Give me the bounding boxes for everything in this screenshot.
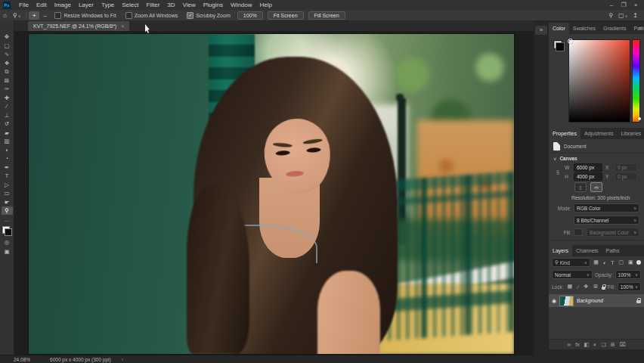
tool-brush[interactable]: ∕ bbox=[2, 102, 13, 110]
layer-row-background[interactable]: ◉ Background bbox=[549, 294, 644, 307]
tool-clone-stamp[interactable]: ⊥ bbox=[2, 111, 13, 119]
tool-pen[interactable]: ✒ bbox=[2, 163, 13, 172]
filter-toggle[interactable] bbox=[636, 260, 641, 265]
tool-path-selection[interactable]: ▷ bbox=[2, 181, 13, 189]
link-dimensions-icon[interactable]: § bbox=[556, 169, 562, 175]
zoom-in-button[interactable]: + bbox=[29, 11, 39, 20]
layer-name[interactable]: Background bbox=[577, 298, 603, 303]
tab-gradients[interactable]: Gradients bbox=[599, 23, 630, 34]
tool-quick-selection[interactable]: ❖ bbox=[2, 59, 13, 67]
workspace-switcher-icon[interactable]: ▢∨ bbox=[618, 12, 627, 19]
lock-paint-icon[interactable]: ∕ bbox=[576, 284, 580, 290]
menu-type[interactable]: Type bbox=[98, 0, 118, 10]
tab-paths[interactable]: Paths bbox=[602, 245, 624, 256]
fill-dropdown[interactable]: 100%∨ bbox=[618, 282, 641, 291]
menu-filter[interactable]: Filter bbox=[143, 0, 164, 10]
tab-libraries[interactable]: Libraries bbox=[617, 128, 644, 139]
search-icon[interactable]: ⚲ bbox=[608, 12, 613, 19]
zoom-all-windows-checkbox[interactable]: Zoom All Windows bbox=[125, 12, 178, 19]
landscape-orientation-button[interactable]: ▭ bbox=[590, 182, 602, 192]
panel-menu-icon[interactable]: ≡ bbox=[639, 26, 642, 31]
fit-screen-button[interactable]: Fit Screen bbox=[268, 11, 304, 20]
menu-window[interactable]: Window bbox=[227, 0, 255, 10]
portrait-orientation-button[interactable]: ▯ bbox=[574, 182, 587, 192]
canvas-section-header[interactable]: ∨ Canvas bbox=[549, 154, 644, 163]
tool-rectangle[interactable]: ▭ bbox=[2, 189, 13, 197]
zoom-out-button[interactable]: – bbox=[39, 11, 50, 20]
delete-layer-icon[interactable]: ⌧ bbox=[620, 342, 626, 348]
width-input[interactable]: 6000 px bbox=[574, 163, 602, 172]
collapse-panels-button[interactable]: » bbox=[535, 26, 547, 35]
edit-toolbar-button[interactable]: … bbox=[2, 216, 13, 224]
tool-eyedropper[interactable]: ✑ bbox=[2, 85, 13, 93]
menu-3d[interactable]: 3D bbox=[163, 0, 178, 10]
canvas-image[interactable] bbox=[29, 34, 514, 354]
tool-healing-brush[interactable]: ✚ bbox=[2, 94, 13, 102]
menu-file[interactable]: File bbox=[15, 0, 33, 10]
status-chevron-icon[interactable]: › bbox=[122, 357, 123, 362]
scrubby-zoom-checkbox[interactable]: Scrubby Zoom bbox=[187, 12, 231, 19]
tool-move[interactable]: ✥ bbox=[2, 33, 13, 41]
adjustment-filter-icon[interactable]: ◐ bbox=[602, 260, 607, 265]
color-swatches[interactable] bbox=[2, 226, 12, 236]
type-filter-icon[interactable]: T bbox=[610, 260, 615, 265]
panel-color-swatches[interactable] bbox=[553, 40, 565, 51]
close-tab-icon[interactable]: × bbox=[121, 23, 124, 29]
shape-filter-icon[interactable]: ▢ bbox=[618, 259, 625, 265]
blend-mode-dropdown[interactable]: Normal∨ bbox=[552, 270, 593, 279]
menu-image[interactable]: Image bbox=[51, 0, 75, 10]
lock-artboard-icon[interactable]: ⊞ bbox=[592, 284, 599, 290]
resize-windows-checkbox[interactable]: Resize Windows to Fit bbox=[54, 12, 116, 19]
menu-layer[interactable]: Layer bbox=[75, 0, 98, 10]
tool-frame[interactable]: ⊠ bbox=[2, 76, 13, 85]
fill-screen-button[interactable]: Fill Screen bbox=[308, 11, 345, 20]
tool-eraser[interactable]: ▰ bbox=[2, 129, 13, 137]
status-zoom-level[interactable]: 24.08% bbox=[14, 357, 30, 362]
mode-dropdown[interactable]: RGB Color∨ bbox=[574, 203, 639, 213]
fill-dropdown[interactable]: Background Color∨ bbox=[587, 228, 639, 237]
tab-color[interactable]: Color bbox=[549, 23, 569, 34]
bit-depth-dropdown[interactable]: 8 Bits/Channel∨ bbox=[574, 216, 639, 225]
fill-swatch[interactable] bbox=[574, 228, 583, 236]
tool-history-brush[interactable]: ↺ bbox=[2, 119, 13, 128]
menu-edit[interactable]: Edit bbox=[33, 0, 51, 10]
layer-effects-icon[interactable]: fx bbox=[575, 342, 579, 347]
background-color-swatch[interactable] bbox=[556, 42, 565, 51]
x-input[interactable]: 0 px bbox=[615, 163, 637, 172]
home-icon[interactable]: ⌂ bbox=[0, 12, 10, 19]
screen-mode-button[interactable]: ▣ bbox=[2, 247, 13, 256]
menu-select[interactable]: Select bbox=[118, 0, 142, 10]
hue-slider[interactable] bbox=[632, 39, 640, 123]
document-tab[interactable]: KVT_7925.NEF @ 24.1% (RGB/8*) × bbox=[28, 21, 129, 31]
visibility-eye-icon[interactable]: ◉ bbox=[552, 298, 556, 304]
quick-mask-button[interactable]: ◎ bbox=[2, 238, 13, 247]
tab-layers[interactable]: Layers bbox=[549, 245, 572, 256]
menu-view[interactable]: View bbox=[179, 0, 200, 10]
tool-lasso[interactable]: ∿ bbox=[2, 50, 13, 58]
restore-button[interactable]: ❐ bbox=[618, 1, 629, 10]
lock-all-icon[interactable] bbox=[602, 287, 605, 290]
tab-adjustments[interactable]: Adjustments bbox=[581, 128, 618, 139]
tool-zoom[interactable]: ⚲ bbox=[2, 206, 13, 215]
share-icon[interactable]: ↥ bbox=[633, 12, 638, 19]
tab-patterns[interactable]: Patterns bbox=[630, 23, 644, 34]
add-mask-icon[interactable]: ◧ bbox=[584, 342, 590, 348]
tool-rectangular-marquee[interactable]: ▢ bbox=[2, 42, 13, 50]
zoom-100-button[interactable]: 100% bbox=[237, 11, 263, 20]
tool-dodge[interactable]: ◔ bbox=[2, 154, 13, 163]
minimize-button[interactable]: – bbox=[606, 1, 617, 10]
tool-crop[interactable]: ⧉ bbox=[2, 67, 13, 76]
kind-filter-dropdown[interactable]: ⚲ Kind ∨ bbox=[552, 258, 590, 267]
new-adjustment-icon[interactable]: ◐ bbox=[593, 342, 596, 347]
smart-object-filter-icon[interactable]: ▣ bbox=[627, 259, 635, 265]
pixel-filter-icon[interactable]: ▦ bbox=[593, 259, 600, 265]
layer-thumbnail[interactable] bbox=[559, 296, 574, 306]
close-button[interactable]: × bbox=[630, 1, 641, 10]
hue-marker[interactable] bbox=[638, 117, 641, 120]
opacity-dropdown[interactable]: 100%∨ bbox=[615, 270, 641, 279]
menu-plugins[interactable]: Plugins bbox=[200, 0, 227, 10]
lock-transparency-icon[interactable]: ▦ bbox=[566, 284, 574, 290]
zoom-tool-icon[interactable]: ⚲∨ bbox=[10, 12, 24, 19]
lock-move-icon[interactable]: ✥ bbox=[582, 284, 590, 290]
tool-type[interactable]: T bbox=[2, 172, 13, 180]
